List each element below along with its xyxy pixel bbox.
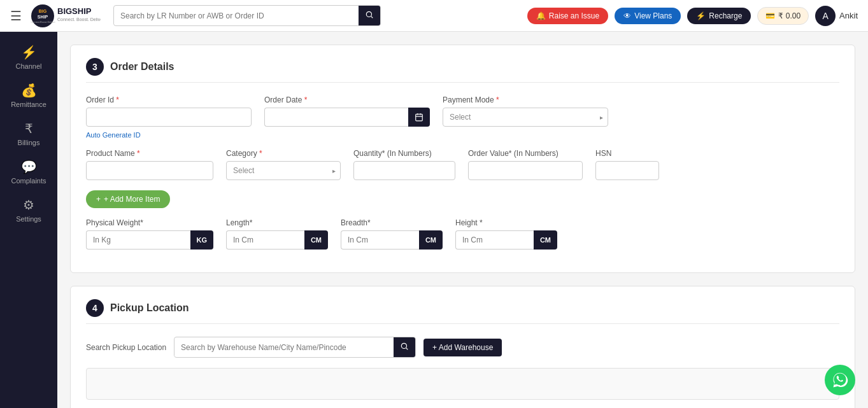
hsn-input[interactable] <box>595 161 659 180</box>
raise-issue-button[interactable]: 🔔 Raise an Issue <box>527 8 608 24</box>
section-number-3: 3 <box>86 58 104 76</box>
global-search-bar <box>113 5 381 26</box>
physical-weight-label: Physical Weight* <box>86 218 213 227</box>
order-value-input[interactable] <box>468 161 583 180</box>
hsn-label: HSN <box>595 149 659 158</box>
category-select-wrapper: Select <box>226 161 341 180</box>
svg-text:BIG: BIG <box>39 9 47 13</box>
order-row-1: Order Id * Auto Generate ID Order Date *… <box>86 95 839 139</box>
whatsapp-button[interactable] <box>825 365 855 395</box>
product-name-group: Product Name * <box>86 149 213 180</box>
height-group: Height * CM <box>455 218 557 250</box>
pickup-search-row: Search Pickup Location + Add Warehouse <box>86 337 839 358</box>
svg-rect-8 <box>416 114 423 121</box>
billings-icon: ₹ <box>25 121 33 136</box>
section-number-4: 4 <box>86 299 104 317</box>
breadth-label: Breadth* <box>341 218 443 227</box>
height-input-group: CM <box>455 230 557 250</box>
sidebar-item-channel[interactable]: ⚡ Channel <box>0 38 57 76</box>
user-name: Ankit <box>839 11 858 20</box>
breadth-input[interactable] <box>341 230 419 250</box>
sidebar-item-complaints[interactable]: 💬 Complaints <box>0 153 57 191</box>
order-date-input-group: 23-05-2024 <box>264 108 430 127</box>
pickup-search-button[interactable] <box>394 337 415 357</box>
search-button[interactable] <box>359 6 380 25</box>
pickup-location-header: 4 Pickup Location <box>86 299 839 324</box>
payment-mode-select-wrapper: Select <box>443 108 608 127</box>
settings-icon: ⚙ <box>23 197 34 213</box>
nav-actions: 🔔 Raise an Issue 👁 View Plans ⚡ Recharge… <box>527 6 858 26</box>
sidebar-label-remittance: Remittance <box>11 101 46 108</box>
channel-icon: ⚡ <box>21 45 37 60</box>
breadth-unit: CM <box>419 230 443 250</box>
sidebar-label-settings: Settings <box>16 215 41 223</box>
order-id-group: Order Id * Auto Generate ID <box>86 95 252 139</box>
pickup-location-section: 4 Pickup Location Search Pickup Location… <box>70 286 855 408</box>
breadth-input-group: CM <box>341 230 443 250</box>
whatsapp-icon <box>831 371 849 389</box>
order-details-title: Order Details <box>110 61 174 73</box>
physical-weight-group: Physical Weight* KG <box>86 218 213 250</box>
search-input[interactable] <box>114 8 359 24</box>
auto-generate-link[interactable]: Auto Generate ID <box>86 131 252 139</box>
plus-icon: + <box>96 195 101 204</box>
hsn-group: HSN <box>595 149 659 180</box>
pickup-location-title: Pickup Location <box>110 302 189 314</box>
category-label: Category * <box>226 149 341 158</box>
svg-text:Connect.Boost.Deliver: Connect.Boost.Deliver <box>31 20 56 24</box>
payment-mode-select[interactable]: Select <box>443 108 608 127</box>
sidebar-item-remittance[interactable]: 💰 Remittance <box>0 76 57 115</box>
quantity-input[interactable] <box>353 161 455 180</box>
sidebar-item-settings[interactable]: ⚙ Settings <box>0 191 57 229</box>
svg-line-13 <box>406 348 408 350</box>
order-date-group: Order Date * 23-05-2024 <box>264 95 430 139</box>
add-warehouse-button[interactable]: + Add Warehouse <box>423 339 502 356</box>
dimensions-row: Physical Weight* KG Length* CM Breadth* <box>86 218 839 250</box>
height-unit: CM <box>534 230 557 250</box>
svg-point-12 <box>401 343 406 348</box>
sidebar-label-complaints: Complaints <box>11 177 46 185</box>
pickup-search-input[interactable] <box>174 339 394 356</box>
length-input-group: CM <box>226 230 328 250</box>
kg-unit: KG <box>190 230 214 250</box>
length-group: Length* CM <box>226 218 328 250</box>
category-select[interactable]: Select <box>226 161 341 180</box>
order-id-input[interactable] <box>86 108 252 127</box>
order-id-label: Order Id * <box>86 95 252 104</box>
height-input[interactable] <box>455 230 534 250</box>
length-input[interactable] <box>226 230 304 250</box>
physical-weight-input[interactable] <box>86 230 190 250</box>
sidebar-item-billings[interactable]: ₹ Billings <box>0 115 57 153</box>
quantity-label: Quantity* (In Numbers) <box>353 149 455 158</box>
length-label: Length* <box>226 218 328 227</box>
payment-mode-group: Payment Mode * Select <box>443 95 608 139</box>
user-menu[interactable]: A Ankit <box>815 6 858 26</box>
complaints-icon: 💬 <box>21 159 37 174</box>
lightning-icon: ⚡ <box>696 11 706 20</box>
height-label: Height * <box>455 218 557 227</box>
breadth-group: Breadth* CM <box>341 218 443 250</box>
order-date-label: Order Date * <box>264 95 430 104</box>
search-pickup-label: Search Pickup Location <box>86 343 166 352</box>
quantity-group: Quantity* (In Numbers) <box>353 149 455 180</box>
calendar-button[interactable] <box>408 108 430 127</box>
logo: BIG SHIP Connect.Boost.Deliver BIGSHIP C… <box>31 4 101 28</box>
payment-mode-label: Payment Mode * <box>443 95 608 104</box>
order-details-header: 3 Order Details <box>86 58 839 83</box>
svg-text:Connect. Boost. Deliver: Connect. Boost. Deliver <box>57 17 101 22</box>
add-more-item-button[interactable]: + + Add More Item <box>86 190 170 208</box>
svg-text:BIGSHIP: BIGSHIP <box>57 6 92 16</box>
view-plans-button[interactable]: 👁 View Plans <box>615 8 681 24</box>
sidebar: ⚡ Channel 💰 Remittance ₹ Billings 💬 Comp… <box>0 32 57 408</box>
wallet-button[interactable]: 💳 ₹ 0.00 <box>757 7 809 25</box>
order-date-input[interactable]: 23-05-2024 <box>264 108 408 127</box>
hamburger-icon[interactable]: ☰ <box>10 8 22 24</box>
avatar: A <box>815 6 836 26</box>
physical-weight-input-group: KG <box>86 230 213 250</box>
recharge-button[interactable]: ⚡ Recharge <box>687 8 751 24</box>
order-value-group: Order Value* (In Numbers) <box>468 149 583 180</box>
product-name-input[interactable] <box>86 161 213 180</box>
alert-icon: 🔔 <box>536 11 546 20</box>
top-nav: ☰ BIG SHIP Connect.Boost.Deliver BIGSHIP… <box>0 0 868 32</box>
sidebar-label-billings: Billings <box>18 139 40 146</box>
